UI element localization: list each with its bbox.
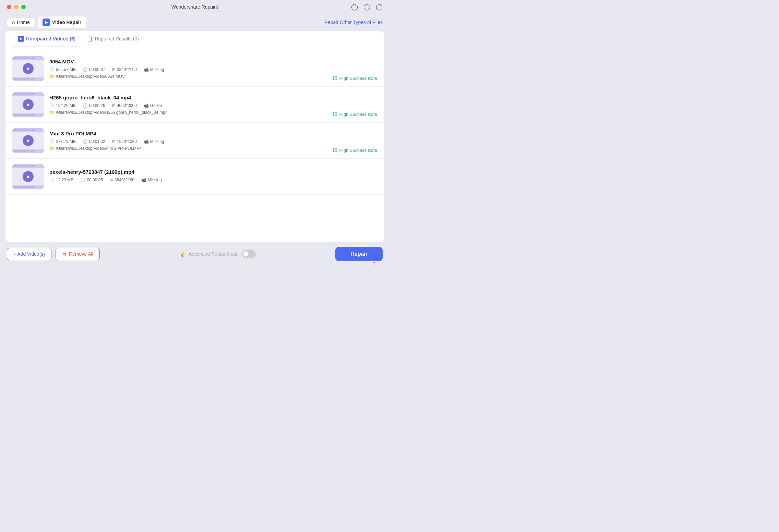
title-icons: ◯ ◯ ◯	[351, 3, 383, 11]
camera-icon: 📹	[144, 103, 149, 108]
high-success-rate: ☑ High Success Rate	[333, 147, 377, 153]
profile-icon[interactable]: ◯	[351, 3, 358, 11]
repaired-tab-icon: 📋	[86, 36, 93, 42]
file-size: 📄 565.57 MB	[49, 67, 76, 72]
success-icon: ☑	[333, 111, 337, 117]
unrepaired-tab-label: Unrepaired Videos (6)	[26, 36, 75, 41]
camera-icon: 📹	[144, 67, 149, 72]
video-meta: 📄 12.23 MB 🕐 00:00:05 ⊞ 3840*2160 📹 Miss…	[49, 178, 377, 182]
advanced-mode-icon: 💡	[179, 251, 185, 257]
film-strip-top	[12, 128, 44, 132]
high-success-rate: ☑ High Success Rate	[333, 111, 377, 117]
video-item: ▶ H265 gopro_hero6_black_04.mp4 📄 194.26…	[5, 87, 384, 123]
video-meta: 📄 194.26 MB 🕐 00:00:26 ⊞ 4000*3000 📹 GoP…	[49, 103, 377, 108]
video-name: Mini 3 Pro POI.MP4	[49, 131, 377, 136]
camera: 📹 GoPro	[144, 103, 162, 108]
video-repair-icon: ▶	[43, 19, 50, 26]
resolution-icon: ⊞	[110, 178, 113, 182]
clock-icon: 🕐	[83, 67, 88, 72]
trash-icon: 🗑	[62, 251, 67, 257]
video-name: pexels-henry-5723847 (2160p).mp4	[49, 169, 377, 175]
tab-unrepaired[interactable]: ▶ Unrepaired Videos (6)	[12, 31, 81, 47]
video-info: 0054.MOV 📄 565.57 MB 🕐 00:00:37 ⊞ 3840*2…	[49, 59, 377, 79]
video-thumbnail: ▶	[12, 128, 44, 153]
nav-left: ⌂ Home ▶ Video Repair	[7, 16, 86, 28]
folder-icon: 📁	[49, 146, 55, 151]
duration: 🕐 00:01:02	[83, 139, 105, 144]
film-strip-bottom	[12, 185, 44, 189]
bottom-bar: + Add Video(s) 🗑 Remove All 💡 Advanced R…	[0, 242, 389, 266]
play-button[interactable]: ▶	[23, 171, 34, 182]
duration: 🕐 00:00:05	[80, 178, 103, 182]
advanced-mode-label: Advanced Repair Mode	[189, 251, 239, 257]
film-strip-top	[12, 164, 44, 168]
success-icon: ☑	[333, 147, 337, 153]
video-info: pexels-henry-5723847 (2160p).mp4 📄 12.23…	[49, 169, 377, 184]
chat-icon[interactable]: ◯	[363, 3, 370, 11]
video-repair-label: Video Repair	[52, 20, 81, 25]
video-meta: 📄 565.57 MB 🕐 00:00:37 ⊞ 3840*2160 📹 Mis…	[49, 67, 377, 72]
video-name: 0054.MOV	[49, 59, 377, 64]
video-thumbnail: ▶	[12, 92, 44, 117]
maximize-button[interactable]	[21, 5, 26, 9]
success-label: High Success Rate	[339, 112, 377, 117]
resolution-icon: ⊞	[112, 67, 116, 72]
tab-repaired[interactable]: 📋 Repaired Results (0)	[81, 31, 144, 47]
file-size: 📄 194.26 MB	[49, 103, 76, 108]
advanced-mode-container: 💡 Advanced Repair Mode	[179, 250, 256, 258]
video-thumbnail: ▶	[12, 164, 44, 189]
home-nav-button[interactable]: ⌂ Home	[7, 17, 35, 27]
repair-other-link[interactable]: Repair Other Types of Files	[324, 20, 383, 25]
file-size: 📄 278.73 MB	[49, 139, 76, 144]
repair-button[interactable]: Repair	[335, 247, 383, 261]
file-icon: 📄	[49, 178, 55, 182]
toggle-knob	[243, 251, 249, 257]
play-button[interactable]: ▶	[23, 63, 34, 74]
file-icon: 📄	[49, 103, 55, 108]
add-video-button[interactable]: + Add Video(s)	[7, 248, 51, 260]
repaired-tab-label: Repaired Results (0)	[95, 36, 139, 41]
advanced-mode-toggle[interactable]	[242, 250, 256, 258]
repair-arrow-indicator: ↑	[372, 259, 376, 266]
success-icon: ☑	[333, 75, 337, 81]
resolution-icon: ⊞	[112, 139, 116, 144]
video-meta: 📄 278.73 MB 🕐 00:01:02 ⊞ 1920*1080 📹 Mis…	[49, 139, 377, 144]
headset-icon[interactable]: ◯	[376, 3, 383, 11]
video-item: ▶ 0054.MOV 📄 565.57 MB 🕐 00:00:37 ⊞	[5, 51, 384, 87]
duration: 🕐 00:00:26	[83, 103, 105, 108]
success-label: High Success Rate	[339, 148, 377, 153]
success-label: High Success Rate	[339, 76, 377, 81]
camera-icon: 📹	[144, 139, 149, 144]
camera-icon: 📹	[141, 178, 146, 182]
file-icon: 📄	[49, 139, 55, 144]
close-button[interactable]	[7, 5, 11, 9]
film-strip-top	[12, 56, 44, 60]
high-success-rate: ☑ High Success Rate	[333, 75, 377, 81]
video-path: 📁 /Users/ws1/Desktop/Video/Mini 3 Pro PO…	[49, 146, 377, 151]
clock-icon: 🕐	[83, 139, 88, 144]
remove-all-button[interactable]: 🗑 Remove All	[56, 248, 100, 260]
minimize-button[interactable]	[14, 5, 19, 9]
video-item: ▶ Mini 3 Pro POI.MP4 📄 278.73 MB 🕐 00:01…	[5, 123, 384, 159]
video-thumbnail: ▶	[12, 56, 44, 81]
film-strip-bottom	[12, 113, 44, 117]
video-path: 📁 /Users/ws1/Desktop/Video/H265 gopro_he…	[49, 110, 377, 115]
video-info: Mini 3 Pro POI.MP4 📄 278.73 MB 🕐 00:01:0…	[49, 131, 377, 151]
film-strip-top	[12, 92, 44, 96]
film-strip-bottom	[12, 149, 44, 153]
play-button[interactable]: ▶	[23, 135, 34, 146]
video-repair-nav-button[interactable]: ▶ Video Repair	[38, 16, 86, 28]
home-label: Home	[17, 20, 29, 25]
resolution: ⊞ 3840*2160	[112, 67, 137, 72]
video-info: H265 gopro_hero6_black_04.mp4 📄 194.26 M…	[49, 95, 377, 115]
clock-icon: 🕐	[83, 103, 88, 108]
play-button[interactable]: ▶	[23, 99, 34, 110]
home-icon: ⌂	[12, 20, 15, 25]
film-strip-bottom	[12, 77, 44, 81]
video-list: ▶ 0054.MOV 📄 565.57 MB 🕐 00:00:37 ⊞	[5, 47, 384, 242]
bottom-left-actions: + Add Video(s) 🗑 Remove All	[7, 248, 100, 260]
unrepaired-tab-icon: ▶	[18, 36, 24, 42]
tabs-container: ▶ Unrepaired Videos (6) 📋 Repaired Resul…	[5, 31, 384, 47]
folder-icon: 📁	[49, 74, 55, 79]
main-content: ▶ Unrepaired Videos (6) 📋 Repaired Resul…	[5, 31, 384, 242]
